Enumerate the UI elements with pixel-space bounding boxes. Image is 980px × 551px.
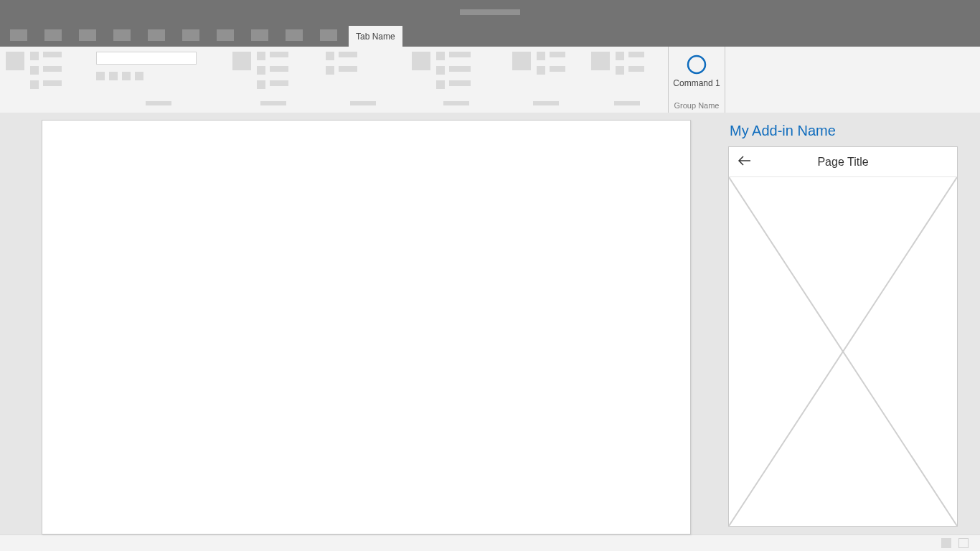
ribbon-item-label bbox=[270, 66, 288, 72]
ribbon-small-button[interactable] bbox=[436, 52, 445, 60]
ribbon-item-label bbox=[550, 52, 565, 57]
ribbon-small-button[interactable] bbox=[135, 72, 143, 80]
command-1-label: Command 1 bbox=[673, 78, 720, 88]
ribbon-item-label bbox=[339, 66, 357, 72]
tab-placeholder[interactable] bbox=[217, 29, 234, 41]
tab-placeholder[interactable] bbox=[148, 29, 165, 41]
ribbon-item-label bbox=[339, 52, 357, 57]
ribbon-item-label bbox=[449, 66, 471, 72]
svg-point-0 bbox=[688, 56, 705, 73]
ribbon-large-button[interactable] bbox=[591, 52, 610, 70]
document-title-placeholder bbox=[460, 9, 520, 15]
tab-active-label: Tab Name bbox=[356, 32, 395, 42]
ribbon-item-label bbox=[43, 80, 62, 86]
ribbon-large-button[interactable] bbox=[232, 52, 251, 70]
ribbon-tabstrip: Tab Name bbox=[0, 24, 980, 47]
tab-active[interactable]: Tab Name bbox=[349, 26, 402, 47]
ribbon-large-button[interactable] bbox=[6, 52, 24, 70]
ribbon-group-label bbox=[350, 101, 376, 105]
ribbon-item-label bbox=[550, 66, 565, 72]
task-pane-body bbox=[729, 177, 957, 526]
tab-placeholder[interactable] bbox=[79, 29, 96, 41]
ribbon-small-button[interactable] bbox=[96, 72, 105, 80]
status-bar bbox=[0, 534, 980, 551]
ribbon-small-button[interactable] bbox=[257, 66, 265, 75]
ribbon-item-label bbox=[628, 66, 644, 72]
page-title: Page Title bbox=[729, 156, 957, 169]
tab-placeholder[interactable] bbox=[286, 29, 303, 41]
ribbon-small-button[interactable] bbox=[122, 72, 131, 80]
ribbon-item-label bbox=[449, 80, 471, 86]
ribbon-small-button[interactable] bbox=[326, 52, 334, 60]
ribbon-large-button[interactable] bbox=[512, 52, 531, 70]
tab-placeholder[interactable] bbox=[44, 29, 62, 41]
task-pane-frame: Page Title bbox=[728, 146, 958, 527]
tab-placeholder[interactable] bbox=[113, 29, 131, 41]
ribbon-small-button[interactable] bbox=[616, 66, 624, 75]
ribbon-small-button[interactable] bbox=[30, 52, 39, 60]
circle-icon bbox=[686, 54, 707, 75]
ribbon-filler bbox=[725, 47, 980, 113]
tab-placeholder[interactable] bbox=[251, 29, 268, 41]
back-button[interactable] bbox=[738, 155, 752, 169]
ribbon-small-button[interactable] bbox=[326, 66, 334, 75]
ribbon-item-label bbox=[270, 52, 288, 57]
ribbon-small-button[interactable] bbox=[537, 52, 545, 60]
ribbon-small-button[interactable] bbox=[30, 80, 39, 89]
content-placeholder bbox=[729, 177, 957, 526]
stage: My Add-in Name Page Title bbox=[0, 113, 980, 534]
ribbon-group-label bbox=[614, 101, 640, 105]
ribbon-item-label bbox=[449, 52, 471, 57]
document-canvas[interactable] bbox=[42, 120, 691, 534]
tab-placeholder[interactable] bbox=[182, 29, 199, 41]
ribbon-large-button[interactable] bbox=[412, 52, 430, 70]
ribbon-small-button[interactable] bbox=[109, 72, 118, 80]
ribbon-group-label: Group Name bbox=[674, 101, 720, 113]
ribbon-group-addin: Command 1 Group Name bbox=[668, 47, 725, 113]
ribbon: Command 1 Group Name bbox=[0, 47, 980, 113]
arrow-left-icon bbox=[738, 155, 752, 169]
tab-placeholder[interactable] bbox=[10, 29, 27, 41]
ribbon-item-label bbox=[270, 80, 288, 86]
ribbon-group-label bbox=[533, 101, 559, 105]
ribbon-group-label bbox=[146, 101, 171, 105]
ribbon-item-label bbox=[628, 52, 644, 57]
ribbon-item-label bbox=[43, 52, 62, 57]
title-bar bbox=[0, 0, 980, 24]
view-button[interactable] bbox=[941, 538, 951, 548]
task-pane: My Add-in Name Page Title bbox=[728, 120, 969, 527]
view-button[interactable] bbox=[958, 538, 969, 548]
ribbon-group-label bbox=[260, 101, 286, 105]
ribbon-small-button[interactable] bbox=[436, 80, 445, 89]
tab-placeholder[interactable] bbox=[320, 29, 337, 41]
ribbon-small-button[interactable] bbox=[436, 66, 445, 75]
ribbon-small-button[interactable] bbox=[616, 52, 624, 60]
ribbon-group-label bbox=[443, 101, 469, 105]
ribbon-small-button[interactable] bbox=[30, 66, 39, 75]
task-pane-header: Page Title bbox=[729, 147, 957, 177]
ribbon-small-button[interactable] bbox=[257, 80, 265, 89]
ribbon-item-label bbox=[43, 66, 62, 72]
ribbon-combobox[interactable] bbox=[96, 52, 197, 65]
command-1-button[interactable]: Command 1 bbox=[673, 47, 720, 88]
addin-title: My Add-in Name bbox=[728, 120, 969, 146]
ribbon-small-button[interactable] bbox=[257, 52, 265, 60]
ribbon-small-button[interactable] bbox=[537, 66, 545, 75]
